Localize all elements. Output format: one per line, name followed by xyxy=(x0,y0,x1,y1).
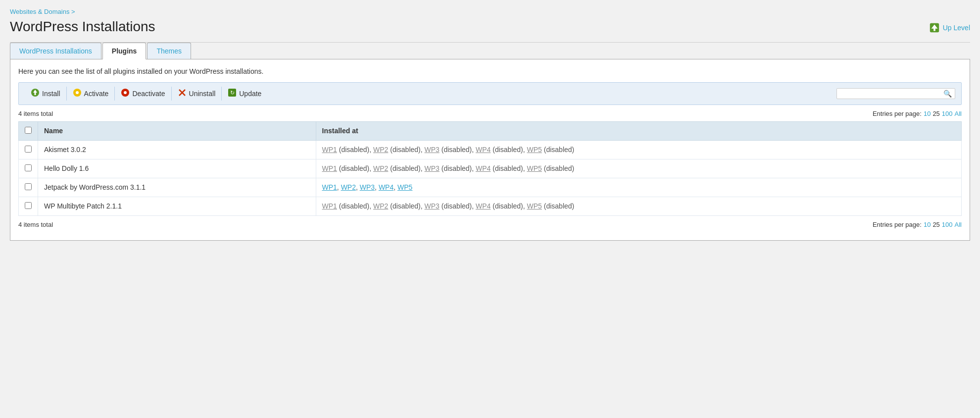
table-row: WP Multibyte Patch 2.1.1WP1 (disabled), … xyxy=(19,197,962,215)
deactivate-icon xyxy=(121,88,130,99)
entries-25-top: 25 xyxy=(932,110,939,117)
table-header-row: Name Installed at xyxy=(19,121,962,140)
toolbar: Install Activate Deactivate xyxy=(18,82,962,105)
uninstall-button[interactable]: Uninstall xyxy=(172,87,222,101)
entries-per-page-label-top: Entries per page: xyxy=(873,110,922,117)
search-input[interactable] xyxy=(840,90,943,97)
row-checkbox-cell xyxy=(19,178,38,197)
install-icon xyxy=(31,88,40,99)
breadcrumb: Websites & Domains > xyxy=(10,8,970,15)
row-checkbox-0[interactable] xyxy=(25,146,32,153)
row-checkbox-cell xyxy=(19,197,38,215)
entries-all-top[interactable]: All xyxy=(955,110,962,117)
description-text: Here you can see the list of all plugins… xyxy=(18,67,962,75)
row-checkbox-cell xyxy=(19,140,38,159)
installed-at-link-4[interactable]: WP5 xyxy=(527,202,542,210)
toolbar-search: 🔍 xyxy=(836,88,955,99)
search-icon: 🔍 xyxy=(943,90,952,98)
installed-at-link-4[interactable]: WP5 xyxy=(527,146,542,154)
activate-button[interactable]: Activate xyxy=(67,87,115,101)
toolbar-left: Install Activate Deactivate xyxy=(25,87,267,101)
page-title: WordPress Installations xyxy=(10,18,155,35)
row-checkbox-1[interactable] xyxy=(25,164,32,171)
activate-label: Activate xyxy=(84,90,109,98)
deactivate-button[interactable]: Deactivate xyxy=(115,87,171,101)
row-name-cell: Jetpack by WordPress.com 3.1.1 xyxy=(38,178,316,197)
svg-point-5 xyxy=(76,91,79,94)
installed-at-link-4[interactable]: WP5 xyxy=(527,164,542,172)
installed-at-link-3[interactable]: WP4 xyxy=(476,202,490,210)
entries-10-bottom[interactable]: 10 xyxy=(924,221,931,228)
installed-at-link-1[interactable]: WP2 xyxy=(373,164,388,172)
table-header-installed-at: Installed at xyxy=(316,121,961,140)
up-level-button[interactable]: Up Level xyxy=(929,22,970,33)
installed-at-link-3[interactable]: WP4 xyxy=(379,183,393,191)
entries-per-page-bottom: Entries per page: 10 25 100 All xyxy=(873,221,962,228)
up-level-label: Up Level xyxy=(943,24,970,32)
update-icon: ↻ xyxy=(228,88,237,99)
installed-at-link-1[interactable]: WP2 xyxy=(341,183,356,191)
table-row: Akismet 3.0.2WP1 (disabled), WP2 (disabl… xyxy=(19,140,962,159)
breadcrumb-separator: > xyxy=(71,8,75,15)
installed-at-link-0[interactable]: WP1 xyxy=(322,146,337,154)
installed-at-link-0[interactable]: WP1 xyxy=(322,183,337,191)
deactivate-label: Deactivate xyxy=(132,90,165,98)
entries-per-page-label-bottom: Entries per page: xyxy=(873,221,922,228)
page-wrapper: Websites & Domains > WordPress Installat… xyxy=(0,0,980,418)
row-installed-at-cell: WP1 (disabled), WP2 (disabled), WP3 (dis… xyxy=(316,197,961,215)
row-installed-at-cell: WP1, WP2, WP3, WP4, WP5 xyxy=(316,178,961,197)
entries-100-top[interactable]: 100 xyxy=(942,110,953,117)
update-label: Update xyxy=(239,90,261,98)
tab-plugins[interactable]: Plugins xyxy=(102,43,147,59)
up-level-icon xyxy=(929,22,940,33)
tabs-row: WordPress Installations Plugins Themes xyxy=(10,43,970,59)
table-header-checkbox xyxy=(19,121,38,140)
row-checkbox-3[interactable] xyxy=(25,202,32,209)
row-installed-at-cell: WP1 (disabled), WP2 (disabled), WP3 (dis… xyxy=(316,159,961,178)
row-name-cell: Hello Dolly 1.6 xyxy=(38,159,316,178)
row-installed-at-cell: WP1 (disabled), WP2 (disabled), WP3 (dis… xyxy=(316,140,961,159)
table-row: Jetpack by WordPress.com 3.1.1WP1, WP2, … xyxy=(19,178,962,197)
installed-at-link-2[interactable]: WP3 xyxy=(360,183,375,191)
table-header-name: Name xyxy=(38,121,316,140)
items-total-top: 4 items total xyxy=(18,110,53,117)
install-button[interactable]: Install xyxy=(25,87,67,101)
update-button[interactable]: ↻ Update xyxy=(222,87,267,101)
row-name-cell: WP Multibyte Patch 2.1.1 xyxy=(38,197,316,215)
installed-at-link-4[interactable]: WP5 xyxy=(397,183,412,191)
entries-100-bottom[interactable]: 100 xyxy=(942,221,953,228)
items-info-bottom: 4 items total Entries per page: 10 25 10… xyxy=(18,221,962,228)
installed-at-link-2[interactable]: WP3 xyxy=(425,202,440,210)
installed-at-link-1[interactable]: WP2 xyxy=(373,146,388,154)
content-area: Here you can see the list of all plugins… xyxy=(10,59,970,241)
plugins-table: Name Installed at Akismet 3.0.2WP1 (disa… xyxy=(18,121,962,216)
activate-icon xyxy=(73,88,82,99)
tab-wp-installations[interactable]: WordPress Installations xyxy=(10,43,101,59)
installed-at-link-0[interactable]: WP1 xyxy=(322,164,337,172)
installed-at-link-0[interactable]: WP1 xyxy=(322,202,337,210)
row-checkbox-2[interactable] xyxy=(25,183,32,190)
entries-per-page-top: Entries per page: 10 25 100 All xyxy=(873,110,962,117)
row-checkbox-cell xyxy=(19,159,38,178)
installed-at-link-2[interactable]: WP3 xyxy=(425,146,440,154)
install-label: Install xyxy=(42,90,60,98)
row-name-cell: Akismet 3.0.2 xyxy=(38,140,316,159)
installed-at-link-3[interactable]: WP4 xyxy=(476,146,490,154)
select-all-checkbox[interactable] xyxy=(25,127,32,134)
items-total-bottom: 4 items total xyxy=(18,221,53,228)
entries-10-top[interactable]: 10 xyxy=(924,110,931,117)
page-header: WordPress Installations Up Level xyxy=(10,18,970,35)
installed-at-link-2[interactable]: WP3 xyxy=(425,164,440,172)
svg-point-7 xyxy=(124,91,127,94)
uninstall-label: Uninstall xyxy=(189,90,216,98)
breadcrumb-link[interactable]: Websites & Domains xyxy=(10,8,69,15)
items-info-top: 4 items total Entries per page: 10 25 10… xyxy=(18,110,962,117)
entries-all-bottom[interactable]: All xyxy=(955,221,962,228)
installed-at-link-1[interactable]: WP2 xyxy=(373,202,388,210)
uninstall-icon xyxy=(178,88,187,99)
svg-text:↻: ↻ xyxy=(230,90,235,96)
entries-25-bottom: 25 xyxy=(932,221,939,228)
installed-at-link-3[interactable]: WP4 xyxy=(476,164,490,172)
table-row: Hello Dolly 1.6WP1 (disabled), WP2 (disa… xyxy=(19,159,962,178)
tab-themes[interactable]: Themes xyxy=(147,43,191,59)
